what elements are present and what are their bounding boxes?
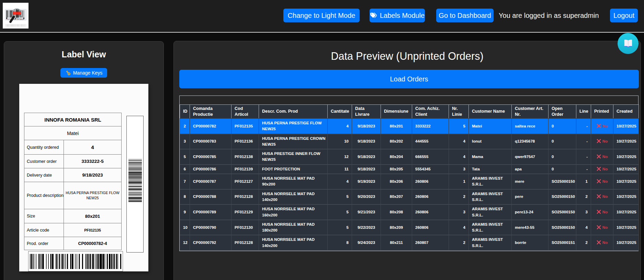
svg-text:9 323456 047863: 9 323456 047863 xyxy=(8,18,24,20)
